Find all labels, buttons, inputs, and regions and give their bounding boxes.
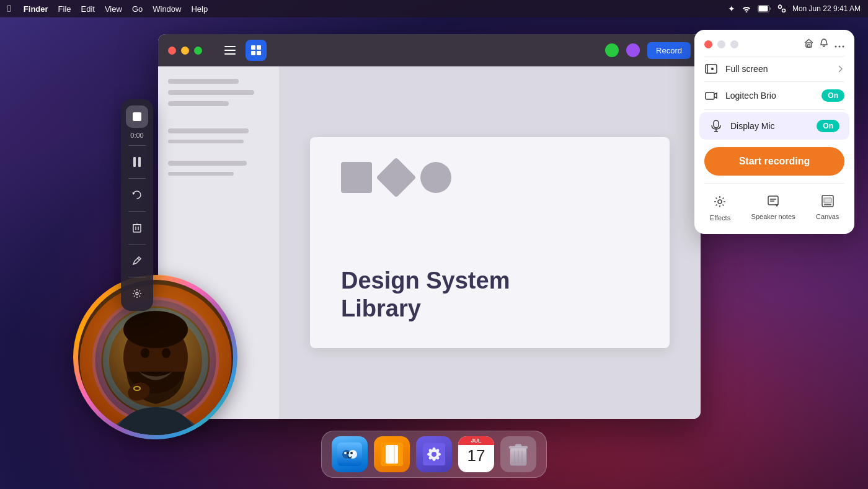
window-content: Design System Library [158, 66, 701, 419]
svg-point-37 [141, 348, 149, 358]
svg-point-49 [711, 68, 714, 70]
menubar-file[interactable]: File [58, 4, 71, 14]
camera-icon [704, 91, 718, 101]
menubar:  Finder File Edit View Go Window Help ✦… [0, 0, 868, 17]
panel-minimize-btn[interactable] [717, 40, 725, 48]
panel-close-btn[interactable] [704, 40, 712, 48]
effects-icon [713, 195, 727, 212]
pen-btn[interactable] [126, 249, 148, 272]
menubar-view[interactable]: View [105, 4, 122, 14]
color-dot-purple[interactable] [626, 43, 640, 57]
svg-point-46 [843, 45, 844, 47]
sidebar-item[interactable] [168, 161, 247, 166]
dock-trash[interactable] [500, 436, 536, 472]
svg-point-45 [839, 45, 841, 47]
undo-btn[interactable] [126, 184, 148, 206]
bell-icon[interactable] [820, 38, 828, 50]
color-dot-green[interactable] [605, 43, 619, 57]
svg-point-74 [350, 452, 353, 454]
grid-icon-btn[interactable] [246, 40, 267, 61]
toolbar-divider [128, 244, 146, 244]
svg-point-21 [136, 292, 138, 295]
sidebar-item[interactable] [168, 128, 249, 133]
panel-actions: Effects Speaker notes Canvas [694, 189, 854, 234]
effects-btn[interactable] [126, 282, 148, 305]
sidebar-item[interactable] [168, 101, 229, 106]
menubar-edit[interactable]: Edit [81, 4, 95, 14]
dock-calendar[interactable]: JUL 17 [458, 436, 494, 472]
svg-point-73 [347, 452, 349, 454]
close-button[interactable] [168, 47, 176, 55]
effects-action-btn[interactable]: Effects [704, 191, 737, 225]
maximize-button[interactable] [194, 47, 202, 55]
mic-toggle[interactable]: On [817, 120, 839, 132]
dock-books[interactable] [374, 436, 410, 472]
menubar-help[interactable]: Help [191, 4, 208, 14]
svg-line-58 [716, 198, 717, 199]
pause-btn[interactable] [126, 151, 148, 173]
main-content: Design System Library [279, 66, 701, 419]
more-icon[interactable] [835, 39, 844, 50]
fullscreen-label: Full screen [725, 64, 828, 74]
effects-label: Effects [710, 214, 730, 222]
control-center-icon[interactable] [777, 4, 786, 13]
sidebar-item[interactable] [168, 172, 234, 176]
wifi-icon[interactable] [742, 5, 751, 12]
svg-rect-15 [133, 225, 141, 232]
menubar-app-name[interactable]: Finder [24, 4, 48, 14]
brightness-icon[interactable]: ✦ [728, 4, 735, 14]
home-icon[interactable] [804, 38, 813, 50]
start-recording-button[interactable]: Start recording [704, 147, 844, 176]
panel-divider [704, 109, 844, 110]
dock-finder[interactable] [332, 436, 368, 472]
dock-perplexity[interactable] [416, 436, 452, 472]
canvas-label: Canvas [816, 213, 839, 220]
fullscreen-row[interactable]: Full screen [694, 56, 854, 81]
sidebar-item[interactable] [168, 140, 244, 143]
floating-toolbar: 0:00 [121, 99, 153, 311]
toolbar-divider [128, 145, 146, 146]
svg-rect-12 [133, 112, 141, 121]
camera-toggle[interactable]: On [822, 89, 844, 102]
window-titlebar: Record [158, 34, 701, 66]
delete-btn[interactable] [126, 217, 148, 239]
svg-rect-50 [706, 92, 714, 99]
apple-menu[interactable]:  [7, 3, 11, 14]
menu-icon-btn[interactable] [219, 40, 241, 61]
mic-row[interactable]: Display Mic On [699, 112, 849, 140]
svg-rect-6 [224, 50, 236, 51]
svg-rect-1 [758, 6, 768, 12]
svg-rect-43 [808, 45, 810, 47]
svg-point-4 [782, 9, 785, 12]
fullscreen-icon [704, 64, 718, 74]
speaker-notes-action-btn[interactable]: Speaker notes [745, 191, 802, 225]
menubar-go[interactable]: Go [132, 4, 143, 14]
svg-point-2 [778, 6, 781, 9]
svg-rect-10 [251, 51, 255, 55]
sidebar-item[interactable] [168, 90, 254, 95]
toolbar-divider [128, 178, 146, 179]
svg-rect-9 [257, 45, 261, 50]
slide-title-text: Design System Library [341, 267, 510, 323]
svg-point-62 [718, 200, 722, 204]
toolbar-divider [128, 277, 146, 277]
stop-recording-btn[interactable] [126, 105, 148, 128]
svg-rect-14 [138, 157, 141, 167]
panel-maximize-btn[interactable] [730, 40, 738, 48]
canvas-action-btn[interactable]: Canvas [810, 191, 845, 225]
svg-point-44 [835, 45, 837, 47]
sidebar-item[interactable] [168, 79, 239, 84]
menubar-window[interactable]: Window [153, 4, 181, 14]
svg-line-61 [716, 205, 717, 206]
mic-label: Display Mic [730, 121, 809, 131]
speaker-notes-label: Speaker notes [751, 213, 795, 220]
dock: JUL 17 [321, 431, 547, 478]
battery-icon[interactable] [758, 5, 771, 12]
camera-row[interactable]: Logitech Brio On [694, 82, 854, 109]
header-record-button[interactable]: Record [647, 42, 691, 59]
slide-card: Design System Library [310, 137, 670, 348]
minimize-button[interactable] [181, 47, 189, 55]
mic-icon [709, 120, 723, 132]
svg-line-20 [138, 258, 140, 260]
menubar-datetime[interactable]: Mon Jun 22 9:41 AM [792, 4, 861, 13]
